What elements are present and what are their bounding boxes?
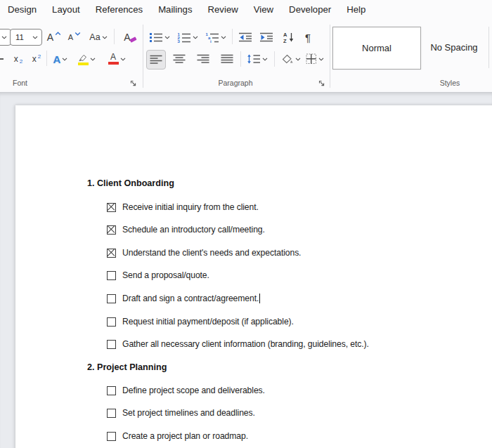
paragraph-group-label: Paragraph: [146, 79, 325, 87]
pilcrow-icon: ¶: [305, 32, 311, 44]
style-normal[interactable]: Normal: [332, 27, 421, 70]
checklist-item-text: Receive initial inquiry from the client.: [122, 202, 259, 212]
align-left-button[interactable]: [146, 50, 166, 70]
bullets-button[interactable]: [148, 28, 171, 46]
checklist-item[interactable]: Create a project plan or roadmap.: [107, 430, 248, 442]
font-size-select[interactable]: 11: [10, 29, 42, 46]
checklist-item-text: Schedule an introductory call/meeting.: [122, 225, 265, 235]
ribbon: 11 A A Aa A: [0, 19, 492, 93]
shading-button[interactable]: [278, 50, 304, 68]
tab-layout[interactable]: Layout: [44, 0, 88, 19]
line-spacing-button[interactable]: [245, 50, 270, 68]
checklist-item[interactable]: Define project scope and deliverables.: [107, 385, 265, 396]
chevron-down-icon: [295, 58, 301, 61]
numbering-icon: 123: [177, 32, 191, 43]
chevron-down-icon: [262, 58, 268, 61]
chevron-down-icon: [90, 58, 96, 61]
checklist-item-text: Gather all necessary client information …: [122, 339, 369, 349]
tab-developer[interactable]: Developer: [281, 0, 339, 19]
chevron-down-icon: [193, 36, 198, 39]
checklist-item[interactable]: Request initial payment/deposit (if appl…: [107, 316, 294, 327]
highlighter-icon: [77, 53, 89, 65]
styles-group: Normal No Spacing Styles: [330, 19, 492, 92]
checklist-item[interactable]: Gather all necessary client information …: [107, 338, 369, 350]
line-spacing-icon: [247, 53, 261, 65]
checkbox[interactable]: [107, 317, 116, 327]
checklist-item[interactable]: Set project timelines and deadlines.: [107, 407, 255, 419]
borders-icon: [306, 53, 317, 65]
checklist-item-text: Create a project plan or roadmap.: [122, 431, 248, 441]
checklist-item[interactable]: Draft and sign a contract/agreement.: [107, 293, 260, 304]
paint-bucket-icon: [281, 54, 294, 65]
checklist-item-text: Set project timelines and deadlines.: [122, 408, 255, 418]
font-group-label: Font: [13, 79, 27, 87]
tab-references[interactable]: References: [88, 0, 150, 19]
align-right-icon: [197, 54, 209, 64]
section-heading[interactable]: 1. Client Onboarding: [87, 178, 174, 189]
checkbox[interactable]: [107, 409, 116, 418]
tab-mailings[interactable]: Mailings: [150, 0, 200, 19]
shrink-font-button[interactable]: A: [65, 28, 84, 46]
increase-indent-button[interactable]: [257, 28, 276, 46]
numbering-button[interactable]: 123: [176, 28, 200, 46]
borders-button[interactable]: [304, 50, 326, 68]
clear-formatting-button[interactable]: A: [117, 28, 137, 46]
dialog-launcher-icon: [130, 80, 137, 87]
align-center-icon: [173, 54, 186, 64]
font-dialog-launcher[interactable]: [129, 79, 138, 88]
checkbox[interactable]: [107, 432, 116, 441]
font-group: 11 A A Aa A: [0, 19, 139, 92]
styles-group-label: Styles: [422, 79, 478, 87]
strikethrough-button[interactable]: [0, 50, 4, 68]
checkbox[interactable]: [107, 340, 116, 349]
svg-text:3: 3: [178, 39, 181, 43]
chevron-down-icon: [32, 36, 38, 39]
superscript-icon: x: [32, 54, 37, 64]
align-center-button[interactable]: [170, 50, 188, 68]
document-canvas: 1. Client Onboarding Receive initial inq…: [0, 93, 492, 448]
checklist-item-text: Define project scope and deliverables.: [122, 386, 265, 395]
show-formatting-marks-button[interactable]: ¶: [301, 28, 315, 46]
tab-review[interactable]: Review: [200, 0, 246, 19]
text-cursor: [259, 294, 260, 303]
superscript-button[interactable]: x 2: [28, 50, 45, 68]
checkbox[interactable]: [107, 225, 116, 235]
chevron-down-icon: [75, 32, 81, 36]
align-right-button[interactable]: [194, 50, 212, 68]
increase-indent-icon: [259, 32, 273, 43]
decrease-indent-button[interactable]: [236, 28, 254, 46]
font-color-button[interactable]: A: [103, 50, 131, 68]
checklist-item[interactable]: Schedule an introductory call/meeting.: [107, 224, 265, 235]
clear-formatting-icon: A: [124, 32, 130, 43]
section-heading[interactable]: 2. Project Planning: [87, 362, 167, 373]
document-page[interactable]: 1. Client Onboarding Receive initial inq…: [15, 105, 492, 448]
checkbox[interactable]: [107, 249, 116, 258]
checkbox[interactable]: [107, 294, 116, 303]
checkbox[interactable]: [107, 203, 116, 212]
grow-font-button[interactable]: A: [44, 28, 64, 46]
grow-font-icon: A: [47, 32, 53, 42]
checklist-item[interactable]: Receive initial inquiry from the client.: [107, 202, 259, 213]
change-case-button[interactable]: Aa: [85, 28, 112, 46]
tab-view[interactable]: View: [246, 0, 281, 19]
sort-icon: A Z: [283, 32, 294, 43]
checkbox[interactable]: [107, 271, 116, 280]
subscript-button[interactable]: x 2: [10, 50, 27, 68]
ribbon-tab-bar: Design Layout References Mailings Review…: [0, 0, 492, 19]
subscript-icon: x: [14, 54, 18, 64]
checklist-item[interactable]: Send a proposal/quote.: [107, 270, 209, 281]
checkbox[interactable]: [107, 386, 116, 395]
svg-text:Z: Z: [283, 38, 287, 44]
justify-button[interactable]: [218, 50, 236, 68]
text-highlight-button[interactable]: [73, 50, 100, 68]
tab-help[interactable]: Help: [339, 0, 373, 19]
text-effects-button[interactable]: A: [49, 50, 72, 68]
multilevel-list-button[interactable]: 1ai: [204, 28, 228, 46]
checklist-item[interactable]: Understand the client's needs and expect…: [107, 247, 301, 258]
paragraph-dialog-launcher[interactable]: [317, 79, 327, 88]
style-no-spacing[interactable]: No Spacing: [420, 27, 488, 68]
multilevel-list-icon: 1ai: [205, 32, 219, 43]
sort-button[interactable]: A Z: [280, 28, 297, 46]
checklist-item-text: Draft and sign a contract/agreement.: [122, 294, 259, 303]
tab-design[interactable]: Design: [0, 0, 44, 19]
